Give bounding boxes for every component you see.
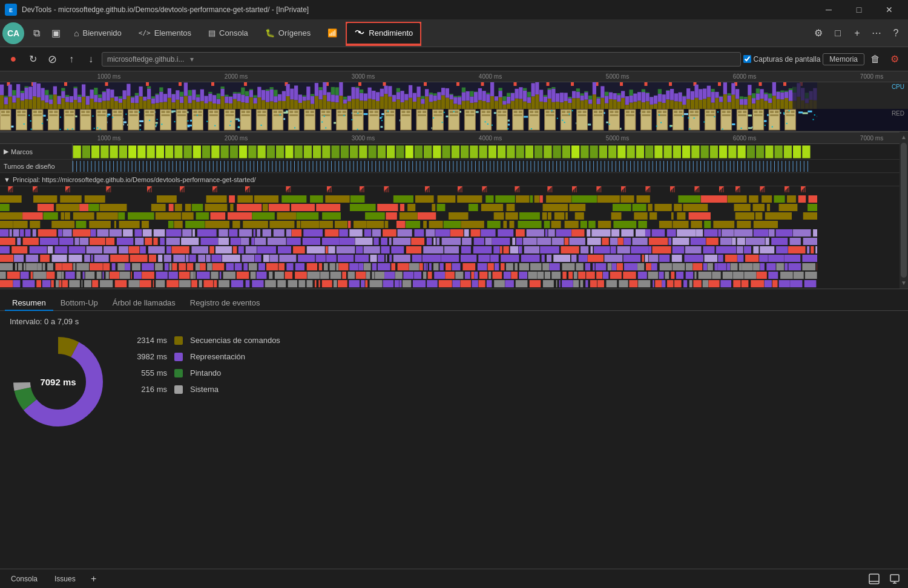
app-icon: E bbox=[5, 4, 17, 16]
screenshots-label: Capturas de pantalla bbox=[754, 55, 821, 64]
consola-icon: ▤ bbox=[208, 28, 215, 38]
tab-icon-btn-2[interactable]: ▣ bbox=[46, 24, 65, 43]
settings-gear-icon[interactable]: ⚙ bbox=[809, 24, 828, 43]
tab-registro[interactable]: Registro de eventos bbox=[183, 296, 268, 311]
status-console-tab[interactable]: Consola bbox=[5, 573, 44, 584]
tab-icon-btn-1[interactable]: ⧉ bbox=[27, 24, 46, 43]
panels-area: Resumen Bottom-Up Árbol de llamadas Regi… bbox=[0, 289, 908, 569]
scroll-down-arrow[interactable]: ▼ bbox=[901, 279, 907, 287]
legend-rendering: 3982 ms Representación bbox=[131, 352, 280, 361]
performance-icon bbox=[354, 28, 365, 38]
legend-scripting-label: Secuencias de comandos bbox=[190, 336, 280, 345]
tab-elementos[interactable]: </> Elementos bbox=[130, 22, 200, 45]
timeline-scrollbar[interactable]: ▲ ▼ bbox=[900, 132, 908, 289]
cpu-track: CPU bbox=[0, 82, 908, 109]
legend-system: 216 ms Sistema bbox=[131, 385, 280, 394]
elementos-icon: </> bbox=[139, 29, 151, 37]
url-dropdown-icon[interactable]: ▾ bbox=[186, 54, 197, 65]
toolbar: ● ↻ ⊘ ↑ ↓ microsoftedge.github.i... ▾ Ca… bbox=[0, 47, 908, 71]
tab-bienvenido-label: Bienvenido bbox=[82, 28, 121, 38]
scroll-thumb[interactable] bbox=[901, 143, 907, 278]
tab-rendimiento-label: Rendimiento bbox=[369, 28, 413, 38]
title-bar-controls: ─ □ ✕ bbox=[815, 0, 903, 19]
record-button[interactable]: ● bbox=[5, 51, 22, 68]
screenshots-toggle[interactable]: Capturas de pantalla bbox=[743, 55, 821, 64]
tab-origenes[interactable]: 🐛 Orígenes bbox=[257, 22, 319, 45]
trash-button[interactable]: 🗑 bbox=[867, 51, 884, 68]
export-icon[interactable] bbox=[886, 570, 903, 587]
add-panel-button[interactable]: + bbox=[87, 572, 101, 586]
status-issues-tab[interactable]: Issues bbox=[48, 573, 82, 584]
legend-rendering-label: Representación bbox=[190, 352, 245, 361]
net-canvas bbox=[0, 109, 817, 131]
memory-button[interactable]: Memoria bbox=[823, 53, 864, 65]
net-label: RED bbox=[892, 110, 904, 117]
principal-header-row: ▼ Principal: https://microsoftedge.githu… bbox=[0, 173, 908, 186]
marcos-label: ▶ Marcos bbox=[0, 144, 73, 159]
scroll-up-arrow[interactable]: ▲ bbox=[901, 133, 907, 142]
download-button[interactable]: ↓ bbox=[82, 51, 99, 68]
tab-arbol[interactable]: Árbol de llamadas bbox=[105, 296, 183, 311]
timeline-section: 1000 ms 2000 ms 3000 ms 4000 ms 5000 ms … bbox=[0, 132, 908, 289]
tab-bar: CA ⧉ ▣ ⌂ Bienvenido </> Elementos ▤ Cons… bbox=[0, 19, 908, 47]
summary-content: 7092 ms 2314 ms Secuencias de comandos 3… bbox=[10, 333, 898, 430]
tab-wifi[interactable]: 📶 bbox=[319, 22, 346, 45]
clear-button[interactable]: ⊘ bbox=[44, 51, 61, 68]
principal-collapse-icon[interactable]: ▼ bbox=[4, 176, 10, 183]
legend-scripting-time: 2314 ms bbox=[131, 336, 167, 345]
legend-system-label: Sistema bbox=[190, 385, 219, 394]
svg-point-2 bbox=[358, 31, 361, 33]
cpu-canvas bbox=[0, 82, 817, 109]
legend: 2314 ms Secuencias de comandos 3982 ms R… bbox=[131, 333, 280, 394]
design-turns-content bbox=[73, 160, 908, 172]
design-turns-row: Turnos de diseño bbox=[0, 160, 908, 173]
tab-resumen[interactable]: Resumen bbox=[5, 296, 53, 311]
tab-rendimiento[interactable]: Rendimiento bbox=[346, 22, 421, 45]
home-icon: ⌂ bbox=[74, 28, 79, 38]
dock-bottom-icon[interactable] bbox=[866, 570, 883, 587]
add-tab-button[interactable]: + bbox=[847, 24, 867, 43]
svg-rect-9 bbox=[890, 575, 899, 581]
minimize-button[interactable]: ─ bbox=[815, 0, 843, 19]
help-button[interactable]: ? bbox=[886, 24, 906, 43]
marcos-canvas bbox=[73, 144, 811, 159]
design-canvas bbox=[73, 160, 811, 172]
maximize-button[interactable]: □ bbox=[845, 0, 873, 19]
perf-settings-icon[interactable]: ⚙ bbox=[886, 51, 903, 68]
ruler-3000: 3000 ms bbox=[352, 73, 375, 80]
close-button[interactable]: ✕ bbox=[875, 0, 903, 19]
legend-system-time: 216 ms bbox=[131, 385, 167, 394]
refresh-button[interactable]: ↻ bbox=[24, 51, 41, 68]
legend-scripting-swatch bbox=[174, 336, 183, 345]
bottom-tabs: Resumen Bottom-Up Árbol de llamadas Regi… bbox=[0, 289, 908, 311]
upload-button[interactable]: ↑ bbox=[63, 51, 80, 68]
donut-center-label: 7092 ms bbox=[40, 377, 76, 387]
legend-scripting: 2314 ms Secuencias de comandos bbox=[131, 336, 280, 345]
profile-avatar[interactable]: CA bbox=[2, 22, 24, 44]
svg-rect-7 bbox=[869, 574, 879, 584]
svg-text:E: E bbox=[9, 7, 13, 13]
ruler-7000: 7000 ms bbox=[860, 73, 883, 80]
legend-rendering-time: 3982 ms bbox=[131, 352, 167, 361]
tab-consola[interactable]: ▤ Consola bbox=[200, 22, 257, 45]
donut-chart: 7092 ms bbox=[10, 333, 107, 430]
screenshots-checkbox[interactable] bbox=[743, 55, 751, 63]
tab-panel-icon[interactable]: □ bbox=[828, 24, 847, 43]
principal-label-text: Principal: https://microsoftedge.github.… bbox=[13, 176, 256, 183]
status-right-actions bbox=[866, 570, 903, 587]
origenes-icon: 🐛 bbox=[265, 28, 275, 38]
flame-chart bbox=[0, 186, 908, 289]
url-display: microsoftedge.github.i... ▾ bbox=[102, 52, 741, 67]
title-bar: E DevTools - microsoftedge.github.io/Dem… bbox=[0, 0, 908, 19]
legend-painting: 555 ms Pintando bbox=[131, 368, 280, 377]
tab-bottom-up[interactable]: Bottom-Up bbox=[53, 296, 105, 311]
more-options-button[interactable]: ⋯ bbox=[867, 24, 886, 43]
ruler-4000: 4000 ms bbox=[479, 73, 502, 80]
tab-bienvenido[interactable]: ⌂ Bienvenido bbox=[65, 22, 130, 45]
overview-ruler: 1000 ms 2000 ms 3000 ms 4000 ms 5000 ms … bbox=[0, 71, 908, 82]
net-track: RED bbox=[0, 109, 908, 131]
legend-system-swatch bbox=[174, 385, 183, 394]
main-content: 1000 ms 2000 ms 3000 ms 4000 ms 5000 ms … bbox=[0, 71, 908, 588]
marcos-expand-icon[interactable]: ▶ bbox=[4, 148, 8, 155]
ruler-6000: 6000 ms bbox=[733, 73, 756, 80]
